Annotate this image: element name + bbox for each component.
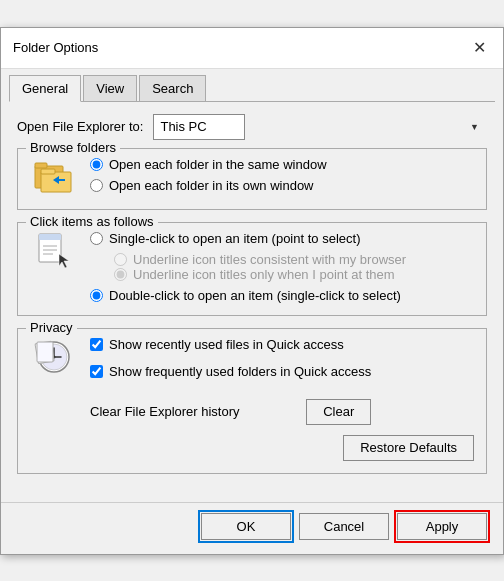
privacy-icon: [30, 337, 78, 377]
recent-files-checkbox[interactable]: [90, 338, 103, 351]
browse-folders-group: Browse folders: [17, 148, 487, 210]
button-bar: OK Cancel Apply: [1, 502, 503, 554]
privacy-checkboxes: Show recently used files in Quick access…: [90, 337, 371, 425]
open-explorer-dropdown[interactable]: This PC Quick access: [153, 114, 245, 140]
double-click-label[interactable]: Double-click to open an item (single-cli…: [109, 288, 401, 303]
clear-history-row: Clear File Explorer history Clear: [90, 399, 371, 425]
single-click-row: Single-click to open an item (point to s…: [90, 231, 406, 246]
tab-search[interactable]: Search: [139, 75, 206, 101]
underline-hover-row: Underline icon titles only when I point …: [114, 267, 406, 282]
title-bar: Folder Options ✕: [1, 28, 503, 69]
underline-hover-radio[interactable]: [114, 268, 127, 281]
click-items-icon: [30, 231, 78, 271]
single-click-label[interactable]: Single-click to open an item (point to s…: [109, 231, 360, 246]
double-click-row: Double-click to open an item (single-cli…: [90, 288, 406, 303]
svg-rect-3: [41, 169, 55, 174]
browse-same-window-label[interactable]: Open each folder in the same window: [109, 157, 327, 172]
browse-folders-options: Open each folder in the same window Open…: [90, 157, 327, 197]
tab-general[interactable]: General: [9, 75, 81, 102]
tab-view[interactable]: View: [83, 75, 137, 101]
double-click-radio[interactable]: [90, 289, 103, 302]
underline-hover-label[interactable]: Underline icon titles only when I point …: [133, 267, 395, 282]
cancel-button[interactable]: Cancel: [299, 513, 389, 540]
browse-folders-label: Browse folders: [26, 140, 120, 155]
svg-rect-1: [35, 163, 47, 168]
browse-folders-content: Open each folder in the same window Open…: [30, 157, 474, 197]
click-items-group: Click items as follows: [17, 222, 487, 316]
browse-own-window-radio[interactable]: [90, 179, 103, 192]
apply-button[interactable]: Apply: [397, 513, 487, 540]
restore-row: Restore Defaults: [30, 435, 474, 461]
frequent-folders-row: Show frequently used folders in Quick ac…: [90, 364, 371, 379]
browse-own-window-row: Open each folder in its own window: [90, 178, 327, 193]
tab-bar: General View Search: [1, 69, 503, 101]
close-button[interactable]: ✕: [467, 36, 491, 60]
svg-rect-5: [39, 234, 61, 240]
privacy-content: Show recently used files in Quick access…: [30, 337, 474, 425]
click-items-content: Single-click to open an item (point to s…: [30, 231, 474, 303]
privacy-label: Privacy: [26, 320, 77, 335]
browse-folders-icon: [30, 157, 78, 197]
folder-options-dialog: Folder Options ✕ General View Search Ope…: [0, 27, 504, 555]
restore-defaults-button[interactable]: Restore Defaults: [343, 435, 474, 461]
underline-browser-row: Underline icon titles consistent with my…: [114, 252, 406, 267]
privacy-group: Privacy: [17, 328, 487, 474]
frequent-folders-checkbox[interactable]: [90, 365, 103, 378]
click-items-options: Single-click to open an item (point to s…: [90, 231, 406, 303]
recent-files-row: Show recently used files in Quick access: [90, 337, 371, 352]
clear-history-label: Clear File Explorer history: [90, 404, 240, 419]
browse-same-window-row: Open each folder in the same window: [90, 157, 327, 172]
ok-button[interactable]: OK: [201, 513, 291, 540]
open-explorer-label: Open File Explorer to:: [17, 119, 143, 134]
open-explorer-dropdown-wrapper: This PC Quick access: [153, 114, 487, 140]
dialog-title: Folder Options: [13, 40, 98, 55]
browse-own-window-label[interactable]: Open each folder in its own window: [109, 178, 314, 193]
click-items-label: Click items as follows: [26, 214, 158, 229]
frequent-folders-label[interactable]: Show frequently used folders in Quick ac…: [109, 364, 371, 379]
underline-browser-label[interactable]: Underline icon titles consistent with my…: [133, 252, 406, 267]
browse-same-window-radio[interactable]: [90, 158, 103, 171]
underline-browser-radio[interactable]: [114, 253, 127, 266]
single-click-radio[interactable]: [90, 232, 103, 245]
clear-button[interactable]: Clear: [306, 399, 371, 425]
open-explorer-row: Open File Explorer to: This PC Quick acc…: [17, 114, 487, 140]
svg-rect-15: [37, 342, 53, 362]
underline-options: Underline icon titles consistent with my…: [114, 252, 406, 282]
recent-files-label[interactable]: Show recently used files in Quick access: [109, 337, 344, 352]
tab-content: Open File Explorer to: This PC Quick acc…: [1, 102, 503, 498]
